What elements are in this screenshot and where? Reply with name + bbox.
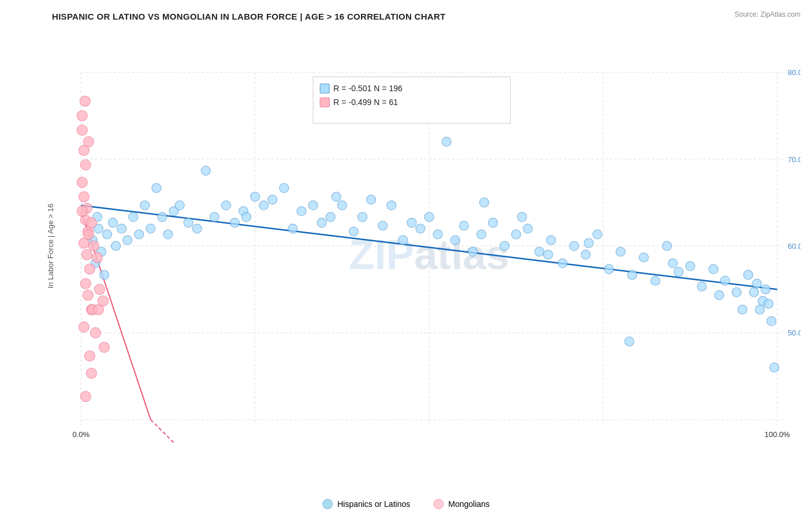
svg-point-20 <box>99 270 109 279</box>
x-tick-0: 0.0% <box>72 430 90 439</box>
svg-point-102 <box>479 198 489 207</box>
x-tick-100: 100.0% <box>765 430 791 439</box>
svg-point-130 <box>80 391 91 402</box>
svg-point-38 <box>201 166 210 176</box>
svg-point-78 <box>604 264 613 274</box>
svg-point-68 <box>489 218 498 227</box>
y-tick-80: 80.0% <box>788 68 800 77</box>
svg-point-60 <box>416 224 425 233</box>
svg-point-105 <box>584 238 593 248</box>
svg-point-59 <box>407 218 416 227</box>
svg-point-47 <box>288 224 297 233</box>
svg-point-113 <box>79 192 89 202</box>
scatter-plot: In Labor Force | Age > 16 80.0% 70.0% 60… <box>46 26 800 466</box>
svg-point-61 <box>424 212 434 222</box>
svg-point-133 <box>83 137 94 147</box>
svg-point-71 <box>523 224 532 233</box>
svg-point-26 <box>123 236 132 245</box>
svg-point-49 <box>308 201 318 210</box>
svg-point-94 <box>755 305 765 314</box>
svg-point-30 <box>146 224 155 233</box>
svg-point-97 <box>764 299 773 308</box>
legend-color-mongolians <box>433 499 444 509</box>
chart-title: HISPANIC OR LATINO VS MONGOLIAN IN LABOR… <box>52 12 800 21</box>
svg-point-84 <box>674 267 683 277</box>
svg-point-104 <box>543 250 553 259</box>
svg-point-70 <box>512 230 521 239</box>
svg-point-123 <box>79 322 89 332</box>
svg-point-74 <box>558 259 567 268</box>
svg-point-96 <box>761 285 770 294</box>
svg-point-43 <box>251 192 260 201</box>
svg-point-80 <box>628 270 637 279</box>
svg-point-135 <box>86 218 96 228</box>
svg-point-140 <box>98 296 108 306</box>
svg-point-45 <box>268 195 277 204</box>
svg-point-103 <box>517 212 527 222</box>
y-tick-70: 70.0% <box>788 155 800 164</box>
svg-point-53 <box>349 227 358 236</box>
svg-point-125 <box>90 327 100 338</box>
svg-point-107 <box>668 259 677 268</box>
svg-point-120 <box>80 278 91 289</box>
svg-point-33 <box>163 230 173 239</box>
svg-point-54 <box>357 212 367 222</box>
svg-point-129 <box>99 342 109 352</box>
svg-point-73 <box>546 236 556 245</box>
svg-point-112 <box>77 177 87 188</box>
svg-point-37 <box>192 224 202 233</box>
svg-point-137 <box>88 241 99 251</box>
svg-point-85 <box>686 262 695 271</box>
svg-point-106 <box>625 337 634 346</box>
svg-point-139 <box>94 284 105 294</box>
legend-item-mongolians: Mongolians <box>433 499 490 509</box>
svg-point-25 <box>117 224 126 233</box>
svg-point-58 <box>398 236 408 245</box>
y-tick-60: 60.0% <box>788 242 800 251</box>
svg-point-66 <box>468 247 477 256</box>
svg-point-55 <box>367 195 376 204</box>
svg-point-40 <box>221 201 230 210</box>
svg-point-28 <box>135 230 144 239</box>
svg-point-109 <box>77 125 87 135</box>
svg-point-127 <box>84 350 95 361</box>
svg-point-86 <box>697 282 706 291</box>
legend-label-hispanics: Hispanics or Latinos <box>337 499 410 509</box>
svg-point-76 <box>581 250 590 259</box>
svg-point-22 <box>102 230 111 239</box>
svg-point-51 <box>326 212 335 222</box>
svg-point-100 <box>331 192 341 201</box>
svg-point-65 <box>459 221 468 230</box>
chart-legend: Hispanics or Latinos Mongolians <box>322 499 490 509</box>
legend-color-hispanics <box>322 499 333 509</box>
svg-point-91 <box>744 270 753 279</box>
svg-point-131 <box>77 110 87 121</box>
svg-line-15 <box>151 420 174 443</box>
svg-point-128 <box>86 368 96 379</box>
svg-rect-11 <box>320 84 329 93</box>
legend-r2: R = -0.499 N = 61 <box>333 98 398 107</box>
chart-container: HISPANIC OR LATINO VS MONGOLIAN IN LABOR… <box>0 0 812 515</box>
svg-point-44 <box>259 201 269 210</box>
svg-point-90 <box>738 305 747 314</box>
svg-point-89 <box>732 288 741 297</box>
svg-point-87 <box>709 264 718 274</box>
svg-point-23 <box>108 218 117 227</box>
svg-point-56 <box>378 221 388 230</box>
svg-point-118 <box>81 249 92 260</box>
legend-label-mongolians: Mongolians <box>448 499 490 509</box>
svg-rect-12 <box>320 98 329 107</box>
svg-point-132 <box>80 96 90 106</box>
svg-point-31 <box>152 184 161 193</box>
svg-point-121 <box>83 290 93 300</box>
svg-point-24 <box>111 241 121 251</box>
svg-point-81 <box>639 253 649 262</box>
svg-point-99 <box>770 363 779 372</box>
svg-point-41 <box>230 218 239 227</box>
svg-point-50 <box>317 218 326 227</box>
y-axis-label: In Labor Force | Age > 16 <box>46 203 55 288</box>
svg-point-88 <box>720 276 729 285</box>
legend-item-hispanics: Hispanics or Latinos <box>322 499 410 509</box>
svg-point-83 <box>662 241 672 251</box>
svg-point-39 <box>210 212 219 222</box>
